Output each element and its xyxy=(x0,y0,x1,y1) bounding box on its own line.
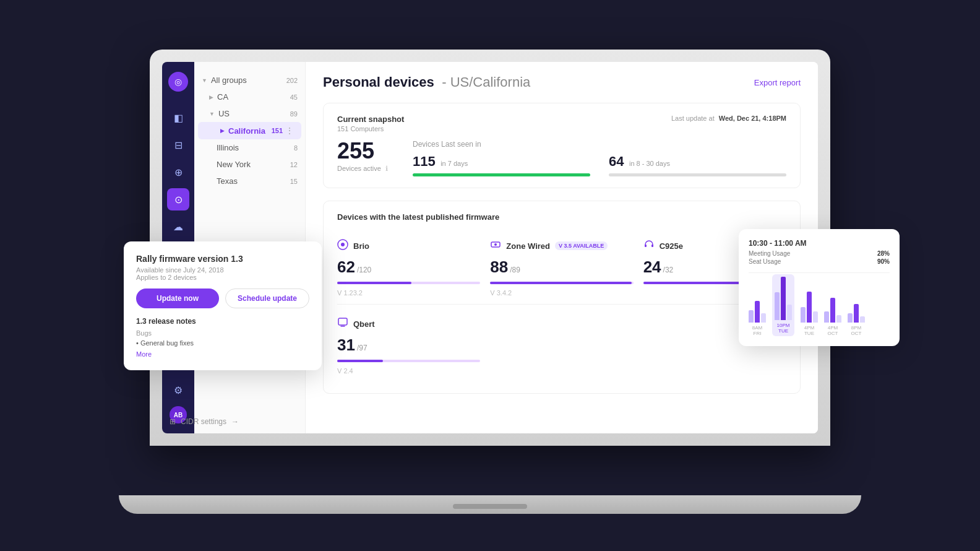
update-now-button[interactable]: Update now xyxy=(136,289,219,308)
devices-active-block: 255 Devices active ℹ xyxy=(337,140,388,173)
bar-5c xyxy=(860,316,865,323)
qbert-total: /97 xyxy=(357,344,368,352)
chart-group-5: 8PMOCT xyxy=(848,304,865,336)
bar-5a xyxy=(848,313,853,323)
snapshot-header: Current snapshot 151 Computers Last upda… xyxy=(337,115,786,132)
chart-legend-seat: Seat Usage 90% xyxy=(749,258,890,265)
qbert-version: V 2.4 xyxy=(337,367,480,375)
page-header: Personal devices - US/California Export … xyxy=(323,74,801,90)
bar-2c xyxy=(787,305,792,320)
brio-version: V 1.23.2 xyxy=(337,289,480,297)
c925e-progress xyxy=(643,282,750,284)
firmware-card: Devices with the latest published firmwa… xyxy=(323,201,801,394)
bar-5b xyxy=(854,304,859,323)
settings-icon[interactable]: ⚙ xyxy=(167,379,189,401)
svg-rect-5 xyxy=(651,245,653,247)
bar-1c xyxy=(761,313,766,323)
metric-7days: 115 in 7 days xyxy=(413,154,590,176)
firmware-section-title: Devices with the latest published firmwa… xyxy=(337,212,786,222)
nav-item-us[interactable]: ▼ US 89 xyxy=(194,105,305,122)
release-notes-title: 1.3 release notes xyxy=(136,317,309,326)
bar-2a xyxy=(775,292,780,320)
chart-group-3: 4PMTUE xyxy=(801,292,818,336)
firmware-update-popup: Rally firmware version 1.3 Available sin… xyxy=(124,241,322,370)
sidebar-icon-3[interactable]: ⊕ xyxy=(167,161,189,183)
qbert-name: Qbert xyxy=(353,319,375,329)
nav-item-california[interactable]: ▶ California 151 ⋮ xyxy=(198,122,301,139)
nav-item-all-groups[interactable]: ▼ All groups 202 xyxy=(194,72,305,89)
chart-label-5: 8PMOCT xyxy=(851,325,862,336)
zone-wired-badge: V 3.5 AVAILABLE xyxy=(555,241,608,250)
page-title-container: Personal devices - US/California xyxy=(323,74,530,90)
chart-group-1: 8AMFRI xyxy=(749,301,766,336)
laptop-base xyxy=(119,495,861,514)
svg-rect-4 xyxy=(645,245,647,247)
cidr-footer[interactable]: ⊞ CIDR settings → xyxy=(194,405,273,426)
nav-item-illinois[interactable]: Illinois 8 xyxy=(194,139,305,156)
release-notes-bugs-label: Bugs xyxy=(136,329,309,337)
progress-gray xyxy=(609,173,786,176)
laptop-notch xyxy=(453,504,527,509)
sidebar-icon-devices[interactable]: ⊙ xyxy=(167,188,189,210)
brio-progress xyxy=(337,282,411,284)
nav-item-new-york[interactable]: New York 12 xyxy=(194,156,305,173)
devices-last-seen-label: Devices Last seen in xyxy=(413,140,786,149)
chart-popup: 10:30 - 11:00 AM Meeting Usage 28% Seat … xyxy=(739,229,900,346)
brio-total: /120 xyxy=(357,266,371,274)
chart-group-2-selected: 10PMTUE xyxy=(772,274,794,336)
devices-active-label: Devices active ℹ xyxy=(337,165,388,173)
brio-name: Brio xyxy=(353,241,369,251)
devices-seen-block: Devices Last seen in 115 in 7 days 64 in… xyxy=(413,140,786,176)
sidebar-icon-2[interactable]: ⊟ xyxy=(167,134,189,156)
schedule-update-button[interactable]: Schedule update xyxy=(225,289,309,308)
bar-4a xyxy=(824,311,829,323)
page-title: Personal devices xyxy=(323,74,434,90)
devices-active-num: 255 xyxy=(337,140,388,162)
svg-point-1 xyxy=(341,243,345,246)
qbert-current: 31 xyxy=(337,336,355,355)
firmware-item-qbert: Qbert 31 /97 V 2.4 xyxy=(337,310,480,382)
firmware-item-zone-wired: Zone Wired V 3.5 AVAILABLE 88 /89 V 3.4.… xyxy=(490,232,633,304)
bar-2b xyxy=(781,277,786,320)
info-icon: ℹ xyxy=(385,165,388,172)
c925e-icon xyxy=(643,239,655,253)
qbert-icon xyxy=(337,317,348,331)
export-report-link[interactable]: Export report xyxy=(754,78,801,87)
chart-label-1: 8AMFRI xyxy=(752,325,762,336)
bar-1a xyxy=(749,310,754,323)
zone-wired-icon xyxy=(490,239,501,253)
chart-legend-meeting: Meeting Usage 28% xyxy=(749,250,890,257)
bar-3c xyxy=(813,311,818,323)
metric-30days: 64 in 8 - 30 days xyxy=(609,154,786,176)
snapshot-metrics: 255 Devices active ℹ Devices Last seen i… xyxy=(337,140,786,176)
chart-time: 10:30 - 11:00 AM xyxy=(749,239,890,248)
chart-label-2: 10PMTUE xyxy=(777,323,790,334)
page-title-sub: - US/California xyxy=(442,74,530,90)
chart-bars: 8AMFRI 10PMTUE 4PMTUE xyxy=(749,280,890,336)
nav-item-ca[interactable]: ▶ CA 45 xyxy=(194,89,305,105)
zone-wired-name: Zone Wired xyxy=(506,241,550,251)
sidebar-logo[interactable]: ◎ xyxy=(168,72,188,92)
devices-seen-metrics: 115 in 7 days 64 in 8 - 30 days xyxy=(413,154,786,176)
bar-3a xyxy=(801,307,806,323)
nav-item-texas[interactable]: Texas 15 xyxy=(194,173,305,189)
progress-green xyxy=(413,173,590,176)
chart-label-3: 4PMTUE xyxy=(804,325,814,336)
snapshot-sub: 151 Computers xyxy=(337,125,404,132)
c925e-current: 24 xyxy=(643,258,661,277)
popup-firmware-title: Rally firmware version 1.3 xyxy=(136,254,309,264)
brio-icon xyxy=(337,239,348,253)
popup-firmware-buttons: Update now Schedule update xyxy=(136,289,309,308)
c925e-total: /32 xyxy=(663,266,674,274)
sidebar-icon-1[interactable]: ◧ xyxy=(167,106,189,129)
more-options-icon[interactable]: ⋮ xyxy=(285,126,294,136)
chart-label-4: 4PMOCT xyxy=(828,325,838,336)
release-more-link[interactable]: More xyxy=(136,350,309,358)
sidebar-icon-cloud[interactable]: ☁ xyxy=(167,215,189,238)
last-update-label: Last update at Wed, Dec 21, 4:18PM xyxy=(671,115,786,122)
snapshot-card: Current snapshot 151 Computers Last upda… xyxy=(323,103,801,188)
zone-wired-current: 88 xyxy=(490,258,508,277)
svg-point-3 xyxy=(494,243,497,246)
zone-wired-progress xyxy=(490,282,632,284)
firmware-item-brio: Brio 62 /120 V 1.23.2 xyxy=(337,232,480,304)
